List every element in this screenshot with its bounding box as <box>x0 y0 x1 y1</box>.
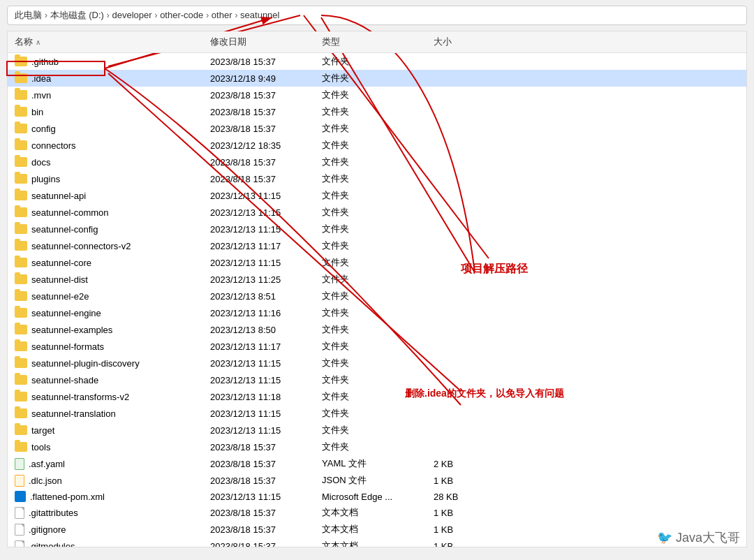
folder-icon <box>15 191 27 200</box>
file-type: 文件夹 <box>322 323 434 336</box>
table-row[interactable]: seatunnel-engine 2023/12/13 11:16 文件夹 <box>8 304 746 321</box>
table-row[interactable]: seatunnel-plugin-discovery 2023/12/13 11… <box>8 355 746 371</box>
breadcrumb: 此电脑 › 本地磁盘 (D:) › developer › other-code… <box>15 9 279 22</box>
file-name: connectors <box>31 140 76 151</box>
folder-icon <box>15 107 27 117</box>
table-row[interactable]: seatunnel-transforms-v2 2023/12/13 11:18… <box>8 388 746 405</box>
file-modified: 2023/8/18 15:37 <box>210 459 322 469</box>
file-name-cell: .dlc.json <box>15 475 210 487</box>
table-row[interactable]: .mvn 2023/8/18 15:37 文件夹 <box>8 87 746 103</box>
file-name: .idea <box>31 73 51 84</box>
file-name-cell: plugins <box>15 174 210 184</box>
column-headers: 名称 ∧ 修改日期 类型 大小 <box>8 31 746 53</box>
table-row[interactable]: seatunnel-examples 2023/12/13 8:50 文件夹 <box>8 321 746 338</box>
file-name: seatunnel-plugin-discovery <box>31 358 140 369</box>
table-row[interactable]: .gitmodules 2023/8/18 15:37 文本文档 1 KB <box>8 538 746 547</box>
address-bar[interactable]: 此电脑 › 本地磁盘 (D:) › developer › other-code… <box>7 6 747 25</box>
table-row[interactable]: seatunnel-e2e 2023/12/13 8:51 文件夹 <box>8 288 746 304</box>
table-row[interactable]: seatunnel-api 2023/12/13 11:15 文件夹 <box>8 187 746 204</box>
file-modified: 2023/8/18 15:37 <box>210 541 322 548</box>
file-name-cell: .gitattributes <box>15 507 210 519</box>
table-row[interactable]: config 2023/8/18 15:37 文件夹 <box>8 120 746 137</box>
file-name-cell: seatunnel-examples <box>15 325 210 335</box>
table-row[interactable]: tools 2023/8/18 15:37 文件夹 <box>8 439 746 455</box>
col-type[interactable]: 类型 <box>322 36 434 48</box>
file-name: seatunnel-engine <box>31 308 101 318</box>
file-size: 28 KB <box>434 492 489 502</box>
table-row[interactable]: bin 2023/8/18 15:37 文件夹 <box>8 103 746 120</box>
file-name-cell: seatunnel-plugin-discovery <box>15 358 210 369</box>
file-type: 文件夹 <box>322 55 434 68</box>
file-name-cell: .gitmodules <box>15 540 210 548</box>
file-size: 2 KB <box>434 459 489 469</box>
table-row[interactable]: .dlc.json 2023/8/18 15:37 JSON 文件 1 KB <box>8 472 746 489</box>
folder-icon <box>15 325 27 334</box>
file-name: seatunnel-formats <box>31 341 104 352</box>
file-type: 文件夹 <box>322 105 434 118</box>
annotation-delete-idea: 删除.idea的文件夹，以免导入有问题 <box>405 388 564 400</box>
table-row[interactable]: .gitattributes 2023/8/18 15:37 文本文档 1 KB <box>8 504 746 521</box>
file-name: seatunnel-transforms-v2 <box>31 392 129 402</box>
file-name: seatunnel-connectors-v2 <box>31 241 131 251</box>
file-name-cell: seatunnel-dist <box>15 274 210 285</box>
file-type: 文件夹 <box>322 407 434 420</box>
table-row[interactable]: seatunnel-translation 2023/12/13 11:15 文… <box>8 405 746 422</box>
folder-icon <box>15 124 27 133</box>
file-type: 文件夹 <box>322 290 434 302</box>
file-name-cell: connectors <box>15 140 210 151</box>
file-name-cell: seatunnel-core <box>15 258 210 268</box>
file-modified: 2023/8/18 15:37 <box>210 476 322 486</box>
file-modified: 2023/12/13 11:17 <box>210 341 322 352</box>
yaml-icon <box>15 458 24 470</box>
table-row[interactable]: .gitignore 2023/8/18 15:37 文本文档 1 KB <box>8 521 746 538</box>
file-name: .github <box>31 57 59 67</box>
file-icon <box>15 540 24 548</box>
file-name-cell: .mvn <box>15 90 210 101</box>
file-modified: 2023/12/13 8:51 <box>210 291 322 302</box>
col-modified[interactable]: 修改日期 <box>210 36 322 48</box>
table-row[interactable]: connectors 2023/12/12 18:35 文件夹 <box>8 137 746 154</box>
file-modified: 2023/8/18 15:37 <box>210 442 322 452</box>
table-row[interactable]: seatunnel-common 2023/12/13 11:15 文件夹 <box>8 204 746 221</box>
file-name-cell: seatunnel-api <box>15 191 210 201</box>
table-row[interactable]: target 2023/12/13 11:15 文件夹 <box>8 422 746 439</box>
watermark: 🐦 Java大飞哥 <box>657 529 740 546</box>
file-size: 1 KB <box>434 508 489 518</box>
sort-arrow-icon: ∧ <box>36 38 40 46</box>
file-modified: 2023/8/18 15:37 <box>210 508 322 518</box>
table-row[interactable]: .asf.yaml 2023/8/18 15:37 YAML 文件 2 KB <box>8 455 746 472</box>
table-row[interactable]: plugins 2023/8/18 15:37 文件夹 <box>8 170 746 187</box>
table-row[interactable]: .github 2023/8/18 15:37 文件夹 <box>8 53 746 70</box>
file-name-cell: seatunnel-common <box>15 207 210 218</box>
file-type: YAML 文件 <box>322 457 434 470</box>
table-row[interactable]: seatunnel-dist 2023/12/13 11:25 文件夹 <box>8 271 746 288</box>
col-size[interactable]: 大小 <box>434 36 489 48</box>
file-name: .gitattributes <box>29 508 78 518</box>
file-name-cell: bin <box>15 107 210 117</box>
file-type: 文件夹 <box>322 273 434 286</box>
file-list: .github 2023/8/18 15:37 文件夹 .idea 2023/1… <box>8 53 746 547</box>
folder-icon <box>15 157 27 167</box>
table-row[interactable]: docs 2023/8/18 15:37 文件夹 <box>8 154 746 170</box>
file-type: 文件夹 <box>322 424 434 436</box>
file-modified: 2023/8/18 15:37 <box>210 90 322 101</box>
table-row[interactable]: seatunnel-connectors-v2 2023/12/13 11:17… <box>8 237 746 254</box>
table-row[interactable]: seatunnel-config 2023/12/13 11:15 文件夹 <box>8 221 746 237</box>
file-name: seatunnel-shade <box>31 375 98 385</box>
file-name: .gitignore <box>29 524 66 535</box>
file-name: seatunnel-translation <box>31 408 116 419</box>
file-type: 文件夹 <box>322 72 434 84</box>
file-modified: 2023/8/18 15:37 <box>210 57 322 67</box>
file-name: seatunnel-examples <box>31 325 112 335</box>
table-row[interactable]: seatunnel-shade 2023/12/13 11:15 文件夹 <box>8 371 746 388</box>
col-name[interactable]: 名称 ∧ <box>15 36 210 48</box>
table-row[interactable]: seatunnel-core 2023/12/13 11:15 文件夹 <box>8 254 746 271</box>
folder-icon <box>15 291 27 301</box>
file-type: 文件夹 <box>322 172 434 185</box>
table-row[interactable]: .idea 2023/12/18 9:49 文件夹 <box>8 70 746 87</box>
table-row[interactable]: .flattened-pom.xml 2023/12/13 11:15 Micr… <box>8 489 746 504</box>
file-icon <box>15 507 24 519</box>
table-row[interactable]: seatunnel-formats 2023/12/13 11:17 文件夹 <box>8 338 746 355</box>
folder-icon <box>15 425 27 435</box>
file-name-cell: seatunnel-formats <box>15 341 210 352</box>
